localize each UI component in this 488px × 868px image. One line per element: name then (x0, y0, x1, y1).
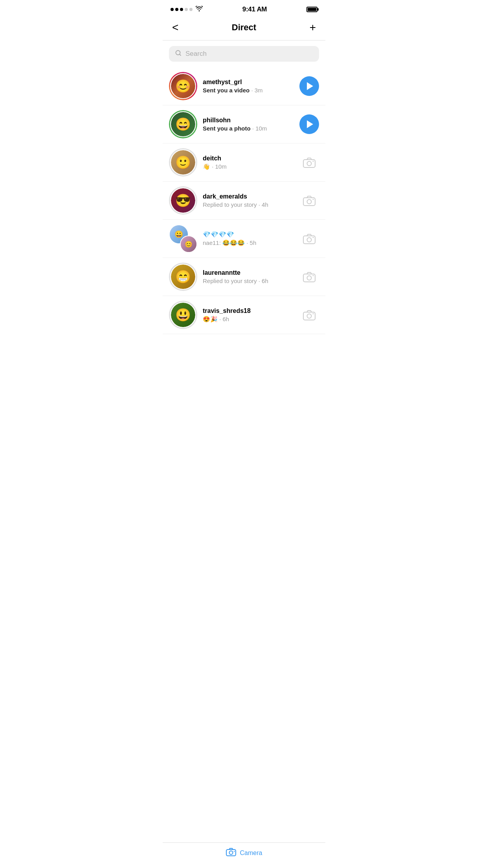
message-preview: Replied to your story · 4h (203, 201, 294, 208)
search-placeholder: Search (185, 50, 207, 58)
message-time: · 4h (259, 201, 268, 208)
group-avatar-2: 😊 (180, 235, 197, 253)
signal-indicators (171, 6, 203, 13)
message-content: laurenanntte Replied to your story · 6h (203, 269, 294, 284)
battery-fill (308, 8, 316, 11)
list-item[interactable]: 😎 dark_emeralds Replied to your story · … (163, 182, 325, 220)
camera-icon (303, 195, 316, 206)
svg-point-12 (313, 275, 314, 276)
message-content: dark_emeralds Replied to your story · 4h (203, 193, 294, 208)
username: travis_shreds18 (203, 307, 294, 314)
preview-text: 👋 · 10m (203, 163, 227, 170)
message-content: 💎💎💎💎 nae11: 😂😂😂 · 5h (203, 231, 294, 246)
list-item[interactable]: 🙂 deitch 👋 · 10m (163, 143, 325, 182)
camera-button[interactable] (299, 191, 319, 210)
message-time: · 6h (259, 278, 268, 284)
message-list: 😊 amethyst_grl Sent you a video · 3m 😄 p… (163, 67, 325, 334)
play-button[interactable] (299, 114, 319, 134)
message-action[interactable] (299, 229, 319, 248)
list-item[interactable]: 😄 phillsohn Sent you a photo · 10m (163, 105, 325, 143)
preview-text: Sent you a photo · 10m (203, 125, 267, 132)
avatar-ring-plain: 😁 (169, 263, 197, 291)
page-title: Direct (232, 22, 256, 33)
username: phillsohn (203, 117, 294, 124)
message-preview: 😍🎉 · 6h (203, 316, 294, 323)
message-time: · 5h (246, 239, 256, 246)
list-item[interactable]: 😁 laurenanntte Replied to your story · 6… (163, 258, 325, 296)
signal-dot-3 (180, 8, 183, 11)
list-item[interactable]: 😀 😊 💎💎💎💎 nae11: 😂😂😂 · 5h (163, 220, 325, 258)
play-icon (307, 120, 313, 128)
message-time: · 10m (212, 163, 227, 170)
message-preview: Replied to your story · 6h (203, 278, 294, 284)
avatar: 😊 (170, 73, 196, 99)
message-time: · 10m (252, 125, 267, 132)
play-button[interactable] (299, 76, 319, 96)
message-content: deitch 👋 · 10m (203, 155, 294, 170)
camera-icon (303, 309, 316, 320)
camera-icon (303, 271, 316, 282)
message-action[interactable] (299, 267, 319, 287)
svg-point-14 (307, 314, 312, 318)
username: deitch (203, 155, 294, 162)
avatar: 😃 (170, 302, 196, 328)
back-button[interactable]: < (171, 20, 180, 35)
camera-icon (303, 157, 316, 168)
svg-point-2 (307, 162, 312, 166)
message-action[interactable] (299, 76, 319, 96)
message-time: · 6h (219, 316, 229, 322)
svg-point-5 (307, 200, 312, 204)
message-preview: 👋 · 10m (203, 163, 294, 170)
preview-text: Replied to your story · 4h (203, 201, 268, 208)
avatar-ring-plain: 😃 (169, 301, 197, 329)
message-preview: Sent you a video · 3m (203, 87, 294, 94)
search-bar[interactable]: Search (169, 46, 319, 62)
username: laurenanntte (203, 269, 294, 276)
camera-button[interactable] (299, 267, 319, 287)
avatar: 🙂 (170, 149, 196, 175)
status-time: 9:41 AM (242, 6, 267, 13)
list-item[interactable]: 😊 amethyst_grl Sent you a video · 3m (163, 67, 325, 105)
svg-point-11 (307, 276, 312, 280)
avatar-ring-plain: 😎 (169, 186, 197, 215)
message-content: phillsohn Sent you a photo · 10m (203, 117, 294, 132)
avatar: 😁 (170, 264, 196, 290)
message-preview: nae11: 😂😂😂 · 5h (203, 239, 294, 246)
search-icon (175, 50, 182, 58)
svg-point-8 (307, 238, 312, 242)
avatar: 😄 (170, 111, 196, 137)
list-item[interactable]: 😃 travis_shreds18 😍🎉 · 6h (163, 296, 325, 334)
wifi-icon (196, 6, 203, 13)
avatar-ring-gradient: 😊 (169, 72, 197, 100)
signal-dot-5 (189, 8, 193, 11)
message-action[interactable] (299, 153, 319, 172)
username: 💎💎💎💎 (203, 231, 294, 238)
message-content: amethyst_grl Sent you a video · 3m (203, 79, 294, 94)
message-action[interactable] (299, 191, 319, 210)
message-content: travis_shreds18 😍🎉 · 6h (203, 307, 294, 323)
new-message-button[interactable]: + (308, 20, 317, 35)
camera-icon (303, 233, 316, 244)
message-action[interactable] (299, 305, 319, 325)
avatar-ring-plain: 🙂 (169, 148, 197, 177)
preview-text: Replied to your story · 6h (203, 278, 268, 284)
username: dark_emeralds (203, 193, 294, 200)
camera-button[interactable] (299, 305, 319, 325)
camera-button[interactable] (299, 229, 319, 248)
message-action[interactable] (299, 114, 319, 134)
svg-point-9 (313, 237, 314, 238)
avatar: 😎 (170, 188, 196, 213)
search-container: Search (163, 40, 325, 67)
signal-dot-2 (175, 8, 178, 11)
signal-dot-1 (171, 8, 174, 11)
message-preview: Sent you a photo · 10m (203, 125, 294, 132)
preview-text: Sent you a video · 3m (203, 87, 263, 94)
svg-point-15 (313, 313, 314, 314)
play-icon (307, 82, 313, 90)
username: amethyst_grl (203, 79, 294, 86)
battery-indicator (306, 7, 317, 12)
preview-text: 😍🎉 · 6h (203, 316, 229, 323)
preview-text: nae11: 😂😂😂 · 5h (203, 239, 256, 246)
svg-point-3 (313, 161, 314, 162)
camera-button[interactable] (299, 153, 319, 172)
